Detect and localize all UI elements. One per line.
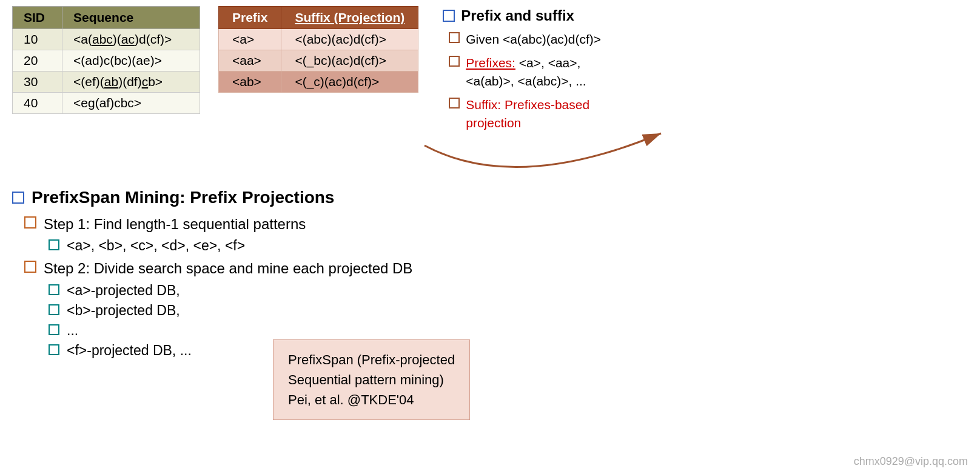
citation-box: PrefixSpan (Prefix-projected Sequential … [273,339,470,420]
suffix-cell: <(_bc)(ac)d(cf)> [281,50,418,72]
table-row: 30 <(ef)(ab)(df)cb> [13,72,200,93]
brown-square-icon [449,32,460,43]
step2-sub-f: <f>-projected DB, ... [67,342,192,359]
step1-text: Step 1: Find length-1 sequential pattern… [44,215,306,234]
suffix-cell: <(_c)(ac)d(cf)> [281,72,418,93]
left-table-header-sequence: Sequence [62,7,200,29]
suffix-cell: <(abc)(ac)d(cf)> [281,29,418,50]
sid-cell: 10 [13,29,62,50]
right-item-given: Given <a(abc)(ac)d(cf)> [449,30,703,48]
step2-sub-b: <b>-projected DB, [67,302,180,319]
table-row: <aa> <(_bc)(ac)d(cf)> [219,50,418,72]
citation-line1: PrefixSpan (Prefix-projected [288,352,455,367]
prefix-cell: <aa> [219,50,281,72]
teal-square-icon-2 [49,284,59,295]
step2-sub-bullet-b: <b>-projected DB, [49,302,412,319]
seq-cell: <(ef)(ab)(df)cb> [62,72,200,93]
left-table-header-sid: SID [13,7,62,29]
orange-square-icon-2 [24,261,36,273]
given-text: Given <a(abc)(ac)d(cf)> [466,30,601,48]
suffix-text: Suffix: Prefixes-basedprojection [466,96,589,132]
step2-sub-bullet-dots: ... [49,322,412,339]
blue-square-icon [443,10,455,22]
step1-sub-text: <a>, <b>, <c>, <d>, <e>, <f> [67,238,245,254]
table-row: 40 <eg(af)cbc> [13,93,200,114]
step2-text: Step 2: Divide search space and mine eac… [44,259,412,278]
table-row: 20 <(ad)c(bc)(ae)> [13,50,200,72]
brown-square-icon-2 [449,56,460,67]
top-section: SID Sequence 10 <a(abc)(ac)d(cf)> 20 <(a… [0,0,980,132]
middle-table-header-prefix: Prefix [219,7,281,29]
right-item-prefixes: Prefixes: <a>, <aa>,<a(ab)>, <a(abc)>, .… [449,54,703,90]
step1-sub-bullet: <a>, <b>, <c>, <d>, <e>, <f> [49,238,412,254]
table-row: 10 <a(abc)(ac)d(cf)> [13,29,200,50]
seq-cell: <eg(af)cbc> [62,93,200,114]
right-title-row: Prefix and suffix [443,7,703,24]
prefixes-text: Prefixes: <a>, <aa>,<a(ab)>, <a(abc)>, .… [466,54,586,90]
prefix-cell: <ab> [219,72,281,93]
seq-cell: <(ad)c(bc)(ae)> [62,50,200,72]
step2-sub-a: <a>-projected DB, [67,282,180,299]
right-panel-title: Prefix and suffix [461,7,574,24]
sid-cell: 40 [13,93,62,114]
step2-bullet: Step 2: Divide search space and mine eac… [24,259,412,278]
orange-square-icon-1 [24,216,36,229]
step1-bullet: Step 1: Find length-1 sequential pattern… [24,215,412,234]
bottom-section: PrefixSpan Mining: Prefix Projections St… [12,188,412,359]
left-table: SID Sequence 10 <a(abc)(ac)d(cf)> 20 <(a… [12,6,200,114]
right-panel: Prefix and suffix Given <a(abc)(ac)d(cf)… [443,6,703,132]
teal-square-icon-5 [49,344,59,355]
step2-sub-dots: ... [67,322,78,339]
middle-table: Prefix Suffix (Projection) <a> <(abc)(ac… [218,6,418,93]
table-row: <a> <(abc)(ac)d(cf)> [219,29,418,50]
citation-line3: Pei, et al. @TKDE'04 [288,392,414,407]
blue-square-icon-bottom [12,192,24,204]
step2-sub-bullet-a: <a>-projected DB, [49,282,412,299]
sid-cell: 20 [13,50,62,72]
main-title: PrefixSpan Mining: Prefix Projections [32,188,334,207]
right-item-suffix: Suffix: Prefixes-basedprojection [449,96,703,132]
teal-square-icon-3 [49,304,59,315]
teal-square-icon-1 [49,239,59,250]
citation-line2: Sequential pattern mining) [288,372,444,387]
prefix-cell: <a> [219,29,281,50]
main-bullet: PrefixSpan Mining: Prefix Projections [12,188,412,207]
brown-square-icon-3 [449,98,460,108]
watermark: chmx0929@vip.qq.com [854,455,968,468]
sid-cell: 30 [13,72,62,93]
middle-table-header-suffix: Suffix (Projection) [281,7,418,29]
seq-cell: <a(abc)(ac)d(cf)> [62,29,200,50]
table-row: <ab> <(_c)(ac)d(cf)> [219,72,418,93]
teal-square-icon-4 [49,324,59,335]
